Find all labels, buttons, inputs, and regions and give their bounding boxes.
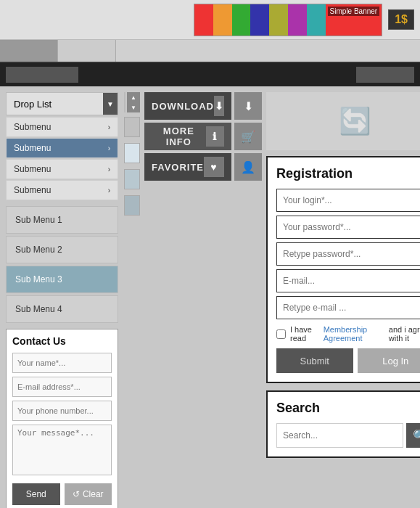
sub-menu-3-label: Sub Menu 3: [15, 274, 62, 284]
sub-menu-1[interactable]: Sub Menu 1: [6, 206, 118, 234]
login-input[interactable]: [276, 189, 420, 212]
submenu-3-label: Submenu: [14, 164, 51, 174]
sub-menu-4-label: Sub Menu 4: [15, 304, 62, 314]
icon-button-1[interactable]: ⬇: [234, 92, 262, 120]
right-panel: 🔄 Registration ✓ ✕: [266, 92, 420, 458]
spinner-field[interactable]: [124, 92, 125, 112]
submenu-1[interactable]: Submenu ›: [6, 117, 118, 137]
contact-message-input[interactable]: [12, 425, 112, 475]
submenu-1-label: Submenu: [14, 122, 51, 132]
download-icon: ⬇: [214, 96, 224, 116]
clear-icon: ↺: [73, 489, 80, 499]
rects-column: ▲ ▼: [124, 92, 140, 218]
agreement-link[interactable]: Membership Agreement: [324, 325, 384, 343]
retype-email-input[interactable]: [276, 296, 420, 319]
clear-label: Clear: [83, 489, 104, 499]
dark-bar-right: [356, 67, 414, 83]
spinner-down-button[interactable]: ▼: [127, 102, 140, 112]
submenu-4-label: Submenu: [14, 185, 51, 195]
sidebar: Drop List ▼ Submenu › Submenu › Submenu …: [6, 92, 118, 508]
contact-email-input[interactable]: [12, 377, 112, 397]
submenu-3[interactable]: Submenu ›: [6, 159, 118, 179]
favorite-label: FAVORITE: [152, 162, 204, 173]
clear-button[interactable]: ↺ Clear: [65, 483, 112, 505]
sub-menu-1-label: Sub Menu 1: [15, 215, 62, 225]
contact-buttons: Send ↺ Clear: [12, 483, 112, 505]
login-button[interactable]: Log In: [358, 348, 421, 373]
retype-password-input[interactable]: [276, 242, 420, 266]
download-label: DOWNLOAD: [152, 101, 214, 112]
top-banner: Simple Banner 1$: [0, 0, 420, 40]
email-wrap: [276, 269, 420, 292]
dropdown-item[interactable]: Drop List ▼: [6, 92, 118, 115]
nav-tab-1[interactable]: [0, 40, 58, 62]
image-placeholder: 🔄: [266, 92, 420, 150]
side-icons: ⬇ 🛒 👤: [234, 92, 262, 181]
agreement-suffix: and i agree with it: [389, 325, 420, 343]
spinner-up-button[interactable]: ▲: [127, 92, 140, 102]
banner-image: Simple Banner: [194, 4, 382, 36]
contact-section: Contact Us Send ↺ Clear: [6, 329, 118, 508]
favorite-button[interactable]: FAVORITE ♥: [144, 153, 231, 181]
nav-tab-2[interactable]: [58, 40, 116, 62]
search-button[interactable]: 🔍: [406, 423, 420, 448]
rect-1: [124, 117, 140, 137]
submenu-3-arrow: ›: [108, 165, 110, 173]
submenu-2-arrow: ›: [108, 144, 110, 152]
rect-3: [124, 169, 140, 189]
password-wrap: ✕: [276, 216, 420, 239]
main-content: Drop List ▼ Submenu › Submenu › Submenu …: [0, 86, 420, 508]
banner-price: 1$: [388, 9, 414, 30]
rect-4: [124, 195, 140, 216]
nav-progress: [116, 40, 420, 62]
agreement-text: I have read: [290, 325, 319, 343]
search-title: Search: [276, 401, 420, 416]
submenu-1-arrow: ›: [108, 123, 110, 131]
email-input[interactable]: [276, 269, 420, 292]
sub-menu-3[interactable]: Sub Menu 3: [6, 266, 118, 293]
sub-menu-4[interactable]: Sub Menu 4: [6, 295, 118, 323]
spinner-controls: ▲ ▼: [127, 92, 140, 112]
password-input[interactable]: [276, 216, 420, 239]
agreement-checkbox[interactable]: [276, 329, 286, 339]
submit-button[interactable]: Submit: [276, 348, 353, 373]
sub-menu-2-label: Sub Menu 2: [15, 245, 62, 255]
search-icon: 🔍: [413, 429, 420, 443]
dark-bar: [0, 63, 420, 86]
download-button[interactable]: DOWNLOAD ⬇: [144, 92, 231, 120]
more-info-label: MORE INFO: [152, 126, 206, 147]
search-input-row: 🔍: [276, 423, 420, 448]
watermark-icon: 🔄: [339, 106, 371, 136]
more-info-button[interactable]: MORE INFO ℹ: [144, 123, 231, 150]
sub-menu-2[interactable]: Sub Menu 2: [6, 236, 118, 263]
nav-bar: [0, 40, 420, 63]
submenu-2[interactable]: Submenu ›: [6, 138, 118, 158]
rect-2: [124, 143, 140, 163]
registration-section: Registration ✓ ✕: [266, 156, 420, 383]
contact-phone-input[interactable]: [12, 401, 112, 421]
dropdown-label: Drop List: [14, 99, 52, 110]
search-input[interactable]: [276, 423, 403, 448]
submenu-4[interactable]: Submenu ›: [6, 180, 118, 200]
icon-button-3[interactable]: 👤: [234, 153, 262, 181]
retype-password-wrap: [276, 242, 420, 266]
agreement-row: I have read Membership Agreement and i a…: [276, 325, 420, 343]
info-icon: ℹ: [206, 126, 224, 147]
sub-menu-section: Sub Menu 1 Sub Menu 2 Sub Menu 3 Sub Men…: [6, 206, 118, 323]
center-area: ▲ ▼ DOWNLOAD ⬇ MORE INFO: [124, 92, 420, 458]
action-area: DOWNLOAD ⬇ MORE INFO ℹ FAVORITE ♥ ⬇ 🛒: [144, 92, 262, 181]
registration-title: Registration: [276, 166, 420, 181]
contact-name-input[interactable]: [12, 353, 112, 373]
reg-buttons: Submit Log In: [276, 348, 420, 373]
action-buttons: DOWNLOAD ⬇ MORE INFO ℹ FAVORITE ♥: [144, 92, 231, 181]
banner-text: Simple Banner: [328, 7, 380, 16]
dark-bar-item-1: [6, 67, 78, 83]
contact-title: Contact Us: [12, 335, 112, 347]
login-wrap: ✓: [276, 189, 420, 212]
submenu-2-label: Submenu: [14, 143, 51, 153]
search-section: Search 🔍: [266, 390, 420, 458]
retype-email-wrap: [276, 296, 420, 319]
send-button[interactable]: Send: [12, 483, 60, 505]
heart-icon: ♥: [204, 157, 224, 177]
icon-button-2[interactable]: 🛒: [234, 123, 262, 150]
